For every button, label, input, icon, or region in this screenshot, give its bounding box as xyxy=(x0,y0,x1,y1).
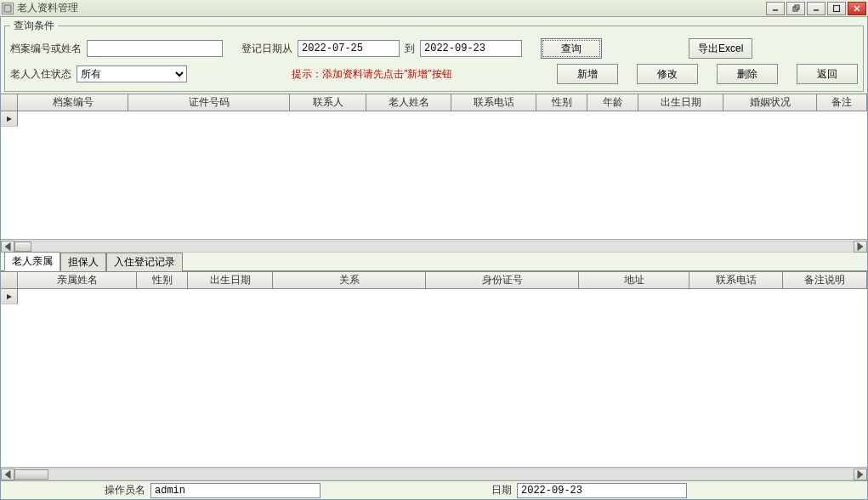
col2-remark[interactable]: 备注说明 xyxy=(783,272,867,288)
status-label: 老人入住状态 xyxy=(10,67,71,82)
export-excel-button[interactable]: 导出Excel xyxy=(689,38,752,59)
col2-gender[interactable]: 性别 xyxy=(137,272,188,288)
scroll2-right-icon[interactable] xyxy=(854,469,867,480)
operator-label: 操作员名 xyxy=(105,483,145,497)
col-name[interactable]: 老人姓名 xyxy=(366,94,451,111)
col2-birthdate[interactable]: 出生日期 xyxy=(188,272,273,288)
status-date-field[interactable] xyxy=(517,483,687,498)
edit-button[interactable]: 修改 xyxy=(637,64,698,84)
svg-rect-5 xyxy=(834,5,840,11)
back-button[interactable]: 返回 xyxy=(797,64,858,84)
close-button[interactable] xyxy=(848,2,866,15)
col-contact[interactable]: 联系人 xyxy=(290,94,366,111)
svg-marker-8 xyxy=(7,116,12,122)
hint-text: 提示：添加资料请先点击"新增"按钮 xyxy=(192,67,552,82)
col-gender[interactable]: 性别 xyxy=(536,94,587,111)
status-select[interactable]: 所有 xyxy=(77,65,187,82)
scroll2-track[interactable] xyxy=(14,469,854,480)
grid2-gutter-header xyxy=(1,272,18,288)
col2-idno[interactable]: 身份证号 xyxy=(426,272,579,288)
col-age[interactable]: 年龄 xyxy=(587,94,638,111)
date-to-label: 到 xyxy=(405,42,415,56)
query-fieldset: 查询条件 档案编号或姓名 登记日期从 到 查询 导出Excel 老人入住状态 所… xyxy=(4,19,864,92)
elderly-grid-header: 档案编号 证件号码 联系人 老人姓名 联系电话 性别 年龄 出生日期 婚姻状况 … xyxy=(1,94,867,111)
grid-gutter-header xyxy=(1,94,18,111)
search-button[interactable]: 查询 xyxy=(541,38,602,59)
col2-address[interactable]: 地址 xyxy=(579,272,689,288)
col2-name[interactable]: 亲属姓名 xyxy=(18,272,137,288)
add-button[interactable]: 新增 xyxy=(557,64,618,84)
date-to-input[interactable] xyxy=(420,40,522,57)
scroll-left-icon[interactable] xyxy=(1,241,14,253)
relatives-grid-header: 亲属姓名 性别 出生日期 关系 身份证号 地址 联系电话 备注说明 xyxy=(1,272,867,289)
elderly-grid-body[interactable] xyxy=(1,111,867,239)
elderly-grid-hscroll[interactable] xyxy=(1,239,867,253)
date-from-label: 登记日期从 xyxy=(241,42,292,56)
tab-checkin-log[interactable]: 入住登记记录 xyxy=(106,253,183,271)
relatives-grid: 亲属姓名 性别 出生日期 关系 身份证号 地址 联系电话 备注说明 xyxy=(1,271,867,480)
current-row-marker xyxy=(1,111,18,127)
col2-relation[interactable]: 关系 xyxy=(273,272,426,288)
window-title: 老人资料管理 xyxy=(17,1,766,15)
app-icon xyxy=(2,3,14,14)
svg-marker-10 xyxy=(858,241,864,251)
elderly-grid: 档案编号 证件号码 联系人 老人姓名 联系电话 性别 年龄 出生日期 婚姻状况 … xyxy=(1,94,867,253)
svg-marker-13 xyxy=(858,469,864,479)
restore-button[interactable] xyxy=(786,2,805,15)
col-birthdate[interactable]: 出生日期 xyxy=(638,94,723,111)
minimize2-button[interactable] xyxy=(807,2,825,15)
status-bar: 操作员名 日期 xyxy=(1,480,867,499)
scroll-thumb[interactable] xyxy=(14,241,31,252)
scroll-right-icon[interactable] xyxy=(854,241,867,253)
query-legend: 查询条件 xyxy=(10,19,58,33)
minimize-button[interactable] xyxy=(766,2,785,15)
scroll2-left-icon[interactable] xyxy=(1,469,14,480)
id-or-name-input[interactable] xyxy=(87,40,223,57)
date-from-input[interactable] xyxy=(298,40,400,57)
col-phone[interactable]: 联系电话 xyxy=(451,94,536,111)
detail-tabs: 老人亲属 担保人 入住登记记录 xyxy=(1,253,867,271)
svg-marker-12 xyxy=(5,469,11,479)
col-archive-no[interactable]: 档案编号 xyxy=(18,94,128,111)
col-id-no[interactable]: 证件号码 xyxy=(128,94,290,111)
tab-guarantor[interactable]: 担保人 xyxy=(60,253,106,271)
col-remark[interactable]: 备注 xyxy=(817,94,867,111)
svg-marker-11 xyxy=(7,294,12,299)
scroll2-thumb[interactable] xyxy=(14,469,48,480)
scroll-track[interactable] xyxy=(14,241,854,253)
id-or-name-label: 档案编号或姓名 xyxy=(10,42,82,56)
current-row-marker-2 xyxy=(1,289,18,304)
operator-field[interactable] xyxy=(150,483,321,498)
maximize-button[interactable] xyxy=(827,2,846,15)
status-date-label: 日期 xyxy=(491,483,512,497)
relatives-grid-hscroll[interactable] xyxy=(1,467,867,480)
delete-button[interactable]: 删除 xyxy=(717,64,778,84)
relatives-grid-body[interactable] xyxy=(1,289,867,467)
col2-phone[interactable]: 联系电话 xyxy=(689,272,783,288)
col-marital[interactable]: 婚姻状况 xyxy=(723,94,817,111)
title-bar: 老人资料管理 xyxy=(0,0,868,17)
svg-rect-0 xyxy=(4,5,11,12)
tab-relatives[interactable]: 老人亲属 xyxy=(4,252,60,271)
svg-marker-9 xyxy=(5,241,11,251)
